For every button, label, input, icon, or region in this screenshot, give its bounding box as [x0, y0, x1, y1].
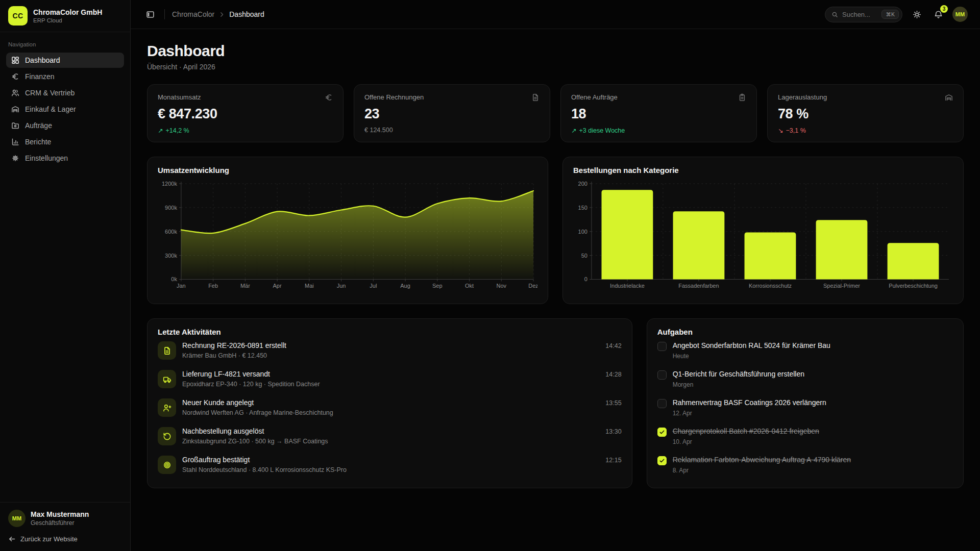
activity-title: Rechnung RE-2026-0891 erstellt: [182, 341, 599, 349]
sidebar-footer: MM Max Mustermann Geschäftsführer Zurück…: [0, 502, 130, 551]
sidebar-item-auftraege[interactable]: Aufträge: [6, 118, 124, 133]
activity-time: 13:30: [605, 427, 621, 435]
breadcrumb-root[interactable]: ChromaColor: [172, 10, 214, 18]
app-root: CC ChromaColor GmbH ERP Cloud Navigation…: [0, 0, 980, 551]
orders-bar-chart: 050100150200IndustrielackeFassadenfarben…: [573, 179, 953, 293]
revenue-area-chart: 0k300k600k900k1200kJanFebMärAprMaiJunJul…: [158, 179, 537, 293]
euro-icon: [11, 72, 19, 81]
users-icon: [11, 89, 19, 97]
task-checkbox-checked[interactable]: [657, 428, 667, 437]
user-plus-icon: [158, 398, 176, 417]
panel-left-icon: [146, 10, 155, 19]
target-icon: [158, 456, 176, 474]
sidebar-item-label: Einstellungen: [25, 154, 68, 162]
user-name: Max Mustermann: [31, 510, 89, 518]
sidebar-item-einkauf-lager[interactable]: Einkauf & Lager: [6, 102, 124, 117]
svg-text:900k: 900k: [165, 205, 177, 211]
arrow-left-icon: [8, 535, 16, 543]
warehouse-icon: [11, 105, 19, 113]
svg-text:Industrielacke: Industrielacke: [610, 283, 645, 289]
sidebar-item-finanzen[interactable]: Finanzen: [6, 69, 124, 84]
svg-text:Nov: Nov: [497, 283, 507, 289]
warehouse-icon: [945, 93, 953, 102]
svg-text:Aug: Aug: [400, 283, 410, 289]
kpi-card-offene-auftraege: Offene Aufträge 18 ↗ +3 diese Woche: [560, 84, 757, 142]
activity-time: 12:15: [605, 456, 621, 464]
svg-text:Jun: Jun: [337, 283, 346, 289]
task-row: Angebot Sonderfarbton RAL 5024 für Kräme…: [657, 336, 953, 365]
sidebar-item-einstellungen[interactable]: Einstellungen: [6, 151, 124, 166]
sidebar-item-label: Aufträge: [25, 121, 52, 130]
workspace-header[interactable]: CC ChromaColor GmbH ERP Cloud: [0, 0, 130, 32]
kpi-delta: € 124.500: [364, 127, 540, 134]
tasks-card: Aufgaben Angebot Sonderfarbton RAL 5024 …: [647, 318, 964, 488]
svg-text:1200k: 1200k: [162, 181, 177, 187]
search-input[interactable]: Suchen... ⌘K: [825, 7, 902, 22]
bottom-row: Letzte Aktivitäten Rechnung RE-2026-0891…: [147, 318, 964, 488]
svg-text:Okt: Okt: [465, 283, 474, 289]
user-avatar-button[interactable]: MM: [952, 7, 968, 22]
activity-row[interactable]: Lieferung LF-4821 versandt Epoxidharz EP…: [158, 365, 622, 393]
kpi-delta: ↗ +3 diese Woche: [571, 127, 746, 134]
back-to-website-link[interactable]: Zurück zur Website: [8, 535, 122, 543]
kpi-card-monatsumsatz: Monatsumsatz € 847.230 ↗ +14,2 %: [147, 84, 344, 142]
user-role: Geschäftsführer: [31, 519, 89, 527]
theme-toggle-button[interactable]: [910, 7, 924, 21]
task-checkbox[interactable]: [657, 370, 667, 380]
sidebar-item-label: Einkauf & Lager: [25, 105, 76, 113]
nav-section-label: Navigation: [0, 32, 130, 52]
trend-down-icon: ↘: [778, 127, 783, 134]
task-due-date: Morgen: [673, 381, 804, 388]
svg-text:300k: 300k: [165, 253, 177, 259]
task-row: Q1-Bericht für Geschäftsführung erstelle…: [657, 365, 953, 393]
revenue-chart-card: Umsatzentwicklung 0k300k600k900k1200kJan…: [147, 157, 548, 304]
sidebar-item-crm-vertrieb[interactable]: CRM & Vertrieb: [6, 85, 124, 101]
kpi-card-offene-rechnungen: Offene Rechnungen 23 € 124.500: [354, 84, 550, 142]
svg-text:Mai: Mai: [305, 283, 314, 289]
company-logo: CC: [8, 6, 28, 26]
kpi-value: 18: [571, 106, 746, 122]
company-logo-initials: CC: [13, 12, 23, 20]
task-checkbox[interactable]: [657, 342, 667, 351]
svg-text:Dez: Dez: [528, 283, 537, 289]
sidebar-item-berichte[interactable]: Berichte: [6, 134, 124, 149]
task-checkbox-checked[interactable]: [657, 456, 667, 465]
activity-subtitle: Epoxidharz EP-340 · 120 kg · Spedition D…: [182, 381, 599, 388]
activity-row[interactable]: Neuer Kunde angelegt Nordwind Werften AG…: [158, 393, 622, 422]
sidebar-item-label: Berichte: [25, 138, 51, 146]
dashboard-icon: [11, 56, 19, 64]
sidebar-item-label: CRM & Vertrieb: [25, 89, 75, 97]
activity-subtitle: Nordwind Werften AG · Anfrage Marine-Bes…: [182, 409, 599, 416]
svg-text:Mär: Mär: [240, 283, 250, 289]
sidebar-item-dashboard[interactable]: Dashboard: [6, 53, 124, 68]
user-menu[interactable]: MM Max Mustermann Geschäftsführer: [8, 510, 122, 527]
task-checkbox[interactable]: [657, 399, 667, 408]
breadcrumb-current: Dashboard: [229, 10, 264, 18]
activity-subtitle: Stahl Norddeutschland · 8.400 L Korrosio…: [182, 466, 599, 473]
svg-text:200: 200: [578, 181, 587, 187]
settings-icon: [11, 154, 19, 162]
activity-title: Nachbestellung ausgelöst: [182, 427, 599, 435]
main-area: ChromaColor Dashboard Suchen... ⌘K 3 MM …: [131, 0, 980, 551]
activity-row[interactable]: Großauftrag bestätigt Stahl Norddeutschl…: [158, 450, 622, 479]
sidebar-toggle-button[interactable]: [143, 7, 157, 21]
bar-chart-icon: [11, 138, 19, 146]
kpi-value: 23: [364, 106, 540, 122]
product-name: ERP Cloud: [33, 17, 102, 23]
activity-row[interactable]: Nachbestellung ausgelöst Zinkstaubgrund …: [158, 422, 622, 450]
check-icon: [659, 458, 665, 464]
company-name: ChromaColor GmbH: [33, 8, 102, 16]
task-row-completed: Chargenprotokoll Batch #2026-0412 freige…: [657, 422, 953, 450]
svg-text:0k: 0k: [171, 276, 177, 282]
task-due-date: Heute: [673, 353, 830, 360]
kpi-card-lagerauslastung: Lagerauslastung 78 % ↘ −3,1 %: [767, 84, 964, 142]
breadcrumb: ChromaColor Dashboard: [172, 10, 264, 18]
check-icon: [659, 429, 665, 435]
search-placeholder: Suchen...: [842, 11, 870, 18]
activity-row[interactable]: Rechnung RE-2026-0891 erstellt Krämer Ba…: [158, 336, 622, 365]
svg-text:Spezial-Primer: Spezial-Primer: [823, 283, 860, 289]
task-due-date: 8. Apr: [673, 467, 851, 474]
svg-text:Apr: Apr: [273, 283, 282, 289]
notifications-button[interactable]: 3: [931, 7, 945, 21]
task-row: Rahmenvertrag BASF Coatings 2026 verläng…: [657, 393, 953, 422]
